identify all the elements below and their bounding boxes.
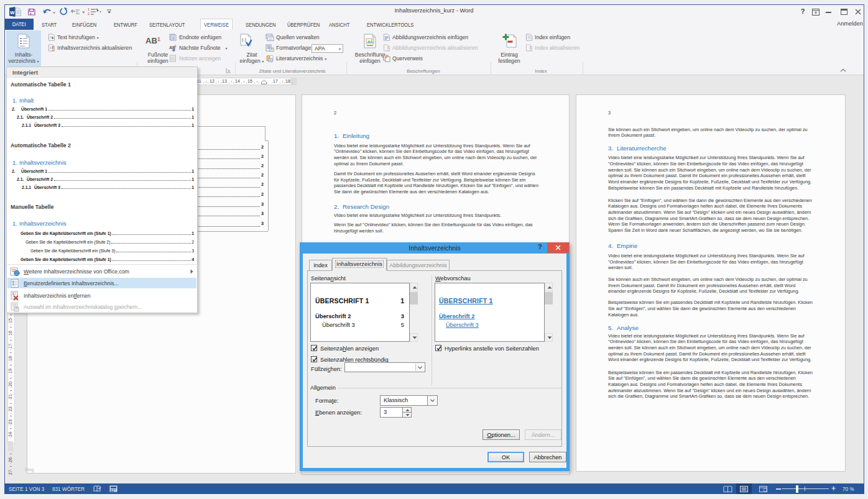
svg-text:!: ! (52, 45, 54, 52)
svg-text:(-): (-) (242, 37, 246, 42)
svg-text:!: ! (530, 45, 532, 52)
svg-text:!: ! (387, 45, 389, 52)
svg-text:w: w (9, 9, 15, 16)
svg-text:1: 1 (88, 7, 90, 11)
svg-text:1: 1 (175, 44, 177, 48)
svg-text:2: 2 (88, 12, 90, 16)
